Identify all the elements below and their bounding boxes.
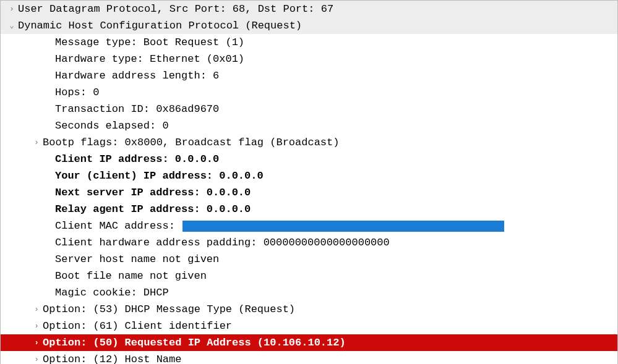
tree-row[interactable]: Next server IP address: 0.0.0.0 xyxy=(1,184,617,201)
tree-row[interactable]: Hardware type: Ethernet (0x01) xyxy=(1,51,617,67)
chevron-down-icon[interactable]: ⌄ xyxy=(6,21,18,30)
tree-row-label: Dynamic Host Configuration Protocol (Req… xyxy=(18,20,302,32)
tree-row-label: Relay agent IP address: 0.0.0.0 xyxy=(55,203,251,215)
tree-row[interactable]: Boot file name not given xyxy=(1,268,617,284)
tree-row[interactable]: Hops: 0 xyxy=(1,84,617,101)
tree-row-label: Boot file name not given xyxy=(55,270,207,282)
tree-row-label: Next server IP address: 0.0.0.0 xyxy=(55,187,251,198)
tree-row[interactable]: Seconds elapsed: 0 xyxy=(1,117,617,134)
tree-row[interactable]: ›Option: (53) DHCP Message Type (Request… xyxy=(1,301,617,318)
chevron-right-icon[interactable]: › xyxy=(6,5,18,14)
tree-row-label: User Datagram Protocol, Src Port: 68, Ds… xyxy=(18,3,333,15)
tree-row-label: Hardware type: Ethernet (0x01) xyxy=(55,53,244,65)
tree-row[interactable]: Client hardware address padding: 0000000… xyxy=(1,234,617,251)
tree-row-label: Seconds elapsed: 0 xyxy=(55,120,169,132)
tree-row-label: Client MAC address: xyxy=(55,220,181,232)
packet-details-tree[interactable]: ›User Datagram Protocol, Src Port: 68, D… xyxy=(1,1,617,364)
tree-row-label: Option: (61) Client identifier xyxy=(43,320,232,332)
tree-row-label: Client hardware address padding: 0000000… xyxy=(55,237,390,248)
tree-row[interactable]: ›Option: (12) Host Name xyxy=(1,351,617,364)
tree-row-label: Bootp flags: 0x8000, Broadcast flag (Bro… xyxy=(43,137,339,148)
tree-row[interactable]: ›Option: (61) Client identifier xyxy=(1,318,617,334)
tree-row-label: Magic cookie: DHCP xyxy=(55,287,169,298)
tree-row[interactable]: Your (client) IP address: 0.0.0.0 xyxy=(1,167,617,184)
tree-row-label: Server host name not given xyxy=(55,253,219,265)
chevron-right-icon[interactable]: › xyxy=(30,355,43,364)
tree-row-label: Option: (53) DHCP Message Type (Request) xyxy=(43,303,295,315)
tree-row[interactable]: ⌄Dynamic Host Configuration Protocol (Re… xyxy=(1,17,617,34)
tree-row[interactable]: Message type: Boot Request (1) xyxy=(1,34,617,51)
tree-row[interactable]: ›Option: (50) Requested IP Address (10.1… xyxy=(1,334,617,351)
tree-row[interactable]: Server host name not given xyxy=(1,251,617,268)
tree-row-label: Option: (50) Requested IP Address (10.10… xyxy=(43,337,346,349)
tree-row[interactable]: Client MAC address: xyxy=(1,218,617,234)
tree-row[interactable]: Hardware address length: 6 xyxy=(1,67,617,84)
chevron-right-icon[interactable]: › xyxy=(30,138,43,147)
tree-row-label: Hops: 0 xyxy=(55,87,99,98)
tree-row[interactable]: Relay agent IP address: 0.0.0.0 xyxy=(1,201,617,218)
tree-row-label: Message type: Boot Request (1) xyxy=(55,36,244,48)
chevron-right-icon[interactable]: › xyxy=(30,305,43,314)
tree-row-label: Option: (12) Host Name xyxy=(43,353,181,364)
chevron-right-icon[interactable]: › xyxy=(30,322,43,331)
tree-row[interactable]: ›Bootp flags: 0x8000, Broadcast flag (Br… xyxy=(1,134,617,151)
tree-row-label: Transaction ID: 0x86ad9670 xyxy=(55,103,219,115)
tree-row-label: Your (client) IP address: 0.0.0.0 xyxy=(55,170,264,182)
redacted-value xyxy=(182,221,504,232)
tree-row-label: Hardware address length: 6 xyxy=(55,70,219,82)
tree-row[interactable]: Magic cookie: DHCP xyxy=(1,284,617,301)
tree-row-label: Client IP address: 0.0.0.0 xyxy=(55,153,219,165)
tree-row[interactable]: Client IP address: 0.0.0.0 xyxy=(1,151,617,167)
tree-row[interactable]: ›User Datagram Protocol, Src Port: 68, D… xyxy=(1,1,617,17)
chevron-right-icon[interactable]: › xyxy=(30,339,43,347)
tree-row[interactable]: Transaction ID: 0x86ad9670 xyxy=(1,101,617,117)
